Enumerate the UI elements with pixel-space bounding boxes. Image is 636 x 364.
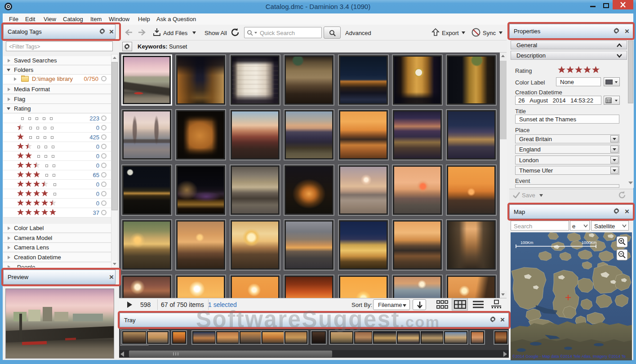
svg-text:1000Km: 1000Km xyxy=(582,240,597,245)
svg-text:100Km: 100Km xyxy=(520,240,534,245)
svg-text:©2014 Google - Map data ©2014: ©2014 Google - Map data ©2014 Tele Atlas… xyxy=(512,354,626,359)
